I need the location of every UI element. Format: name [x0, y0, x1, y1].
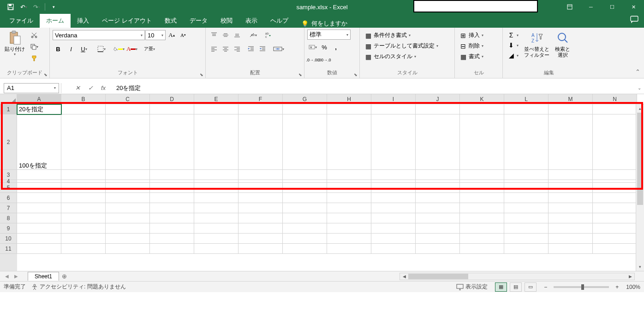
cell[interactable]: [504, 244, 549, 254]
format-table-button[interactable]: ▦テーブルとして書式設定▾: [363, 41, 440, 51]
display-settings-button[interactable]: 表示設定: [456, 283, 488, 291]
cell[interactable]: [593, 203, 637, 213]
row-header[interactable]: 8: [0, 213, 17, 223]
cell[interactable]: [61, 213, 106, 223]
accessibility-status[interactable]: アクセシビリティ: 問題ありません: [31, 283, 126, 291]
tab-insert[interactable]: 挿入: [71, 14, 95, 28]
column-header[interactable]: N: [593, 94, 637, 104]
cell[interactable]: [371, 244, 416, 254]
column-header[interactable]: J: [416, 94, 460, 104]
row-header[interactable]: 9: [0, 223, 17, 234]
cell[interactable]: [327, 104, 371, 114]
expand-formula-bar-button[interactable]: ⌄: [635, 85, 644, 90]
cell[interactable]: [549, 244, 593, 254]
cell[interactable]: [549, 234, 593, 244]
sort-filter-button[interactable]: AZ 並べ替えと フィルター: [522, 30, 551, 59]
cell[interactable]: [549, 203, 593, 213]
cell[interactable]: [416, 234, 460, 244]
percent-button[interactable]: %: [319, 42, 330, 53]
formula-input[interactable]: [113, 83, 635, 93]
tab-formulas[interactable]: 数式: [158, 14, 183, 28]
insert-function-button[interactable]: fx: [98, 83, 109, 93]
cell[interactable]: [371, 213, 416, 223]
cell[interactable]: [593, 234, 637, 244]
vertical-scrollbar[interactable]: ▴ ▾: [636, 104, 644, 271]
cell[interactable]: [150, 193, 194, 203]
cell[interactable]: [61, 193, 106, 203]
cell[interactable]: [239, 213, 283, 223]
cell[interactable]: [239, 104, 283, 114]
tab-data[interactable]: データ: [183, 14, 214, 28]
cell[interactable]: [416, 114, 460, 170]
cell[interactable]: [106, 104, 150, 114]
format-cells-button[interactable]: ▦書式▾: [458, 52, 485, 61]
cell[interactable]: [593, 193, 637, 203]
copy-button[interactable]: ▾: [29, 41, 40, 52]
cell[interactable]: [416, 183, 460, 193]
decrease-decimal-button[interactable]: .00→.0: [319, 54, 330, 66]
cell[interactable]: [17, 183, 61, 193]
cell[interactable]: [460, 170, 504, 180]
cell[interactable]: [460, 193, 504, 203]
cell[interactable]: [239, 183, 283, 193]
cell[interactable]: [283, 114, 327, 170]
cell[interactable]: [283, 183, 327, 193]
cell[interactable]: [239, 193, 283, 203]
cell[interactable]: [239, 203, 283, 213]
font-name-select[interactable]: Verdana▾: [53, 30, 145, 40]
cell[interactable]: [61, 223, 106, 234]
cell[interactable]: [460, 114, 504, 170]
enter-formula-button[interactable]: ✓: [85, 83, 96, 93]
column-header[interactable]: M: [549, 94, 593, 104]
cell[interactable]: [549, 104, 593, 114]
tab-help[interactable]: ヘルプ: [264, 14, 295, 28]
undo-button[interactable]: ↶▾: [18, 1, 30, 13]
cell[interactable]: [504, 193, 549, 203]
cells-area[interactable]: 20を指定100を指定: [17, 104, 644, 271]
page-break-view-button[interactable]: ▭: [525, 282, 537, 292]
save-button[interactable]: [5, 1, 17, 13]
cell[interactable]: [460, 244, 504, 254]
find-select-button[interactable]: 検索と 選択: [553, 30, 572, 59]
cell[interactable]: [61, 170, 106, 180]
cell[interactable]: [549, 114, 593, 170]
scroll-down-button[interactable]: ▾: [636, 263, 644, 271]
cell[interactable]: [150, 213, 194, 223]
paste-button[interactable]: 貼り付け ▾: [3, 30, 27, 57]
format-painter-button[interactable]: [29, 53, 40, 64]
tab-review[interactable]: 校閲: [214, 14, 239, 28]
cell[interactable]: [593, 223, 637, 234]
cell[interactable]: [327, 114, 371, 170]
column-header[interactable]: A: [17, 94, 61, 104]
cell[interactable]: [283, 213, 327, 223]
zoom-slider-thumb[interactable]: [581, 284, 584, 290]
decrease-font-button[interactable]: A▾: [178, 30, 189, 41]
normal-view-button[interactable]: ▦: [495, 282, 507, 292]
cell[interactable]: [194, 234, 239, 244]
vertical-scroll-thumb[interactable]: [637, 113, 643, 205]
cell[interactable]: [504, 114, 549, 170]
cell[interactable]: [61, 244, 106, 254]
zoom-level[interactable]: 100%: [626, 284, 640, 290]
font-size-select[interactable]: 10▾: [145, 30, 166, 40]
cell[interactable]: [593, 114, 637, 170]
cell[interactable]: [150, 104, 194, 114]
cell[interactable]: [239, 234, 283, 244]
orientation-button[interactable]: ab▾: [247, 30, 258, 41]
cell[interactable]: [106, 170, 150, 180]
cell[interactable]: [416, 223, 460, 234]
qat-customize-button[interactable]: ▾: [48, 1, 60, 13]
row-header[interactable]: 1: [0, 104, 17, 114]
horizontal-scrollbar[interactable]: ◀ ▶: [400, 273, 635, 280]
name-box[interactable]: A1▾: [4, 83, 59, 93]
cell[interactable]: [504, 213, 549, 223]
cell[interactable]: [61, 104, 106, 114]
fill-button[interactable]: ⬇▾: [506, 41, 520, 50]
cell[interactable]: [327, 183, 371, 193]
cell[interactable]: [239, 114, 283, 170]
cell[interactable]: [150, 234, 194, 244]
sheet-nav-next[interactable]: ▶: [12, 274, 20, 279]
cell[interactable]: [194, 193, 239, 203]
column-header[interactable]: B: [61, 94, 106, 104]
scroll-up-button[interactable]: ▴: [636, 104, 644, 113]
